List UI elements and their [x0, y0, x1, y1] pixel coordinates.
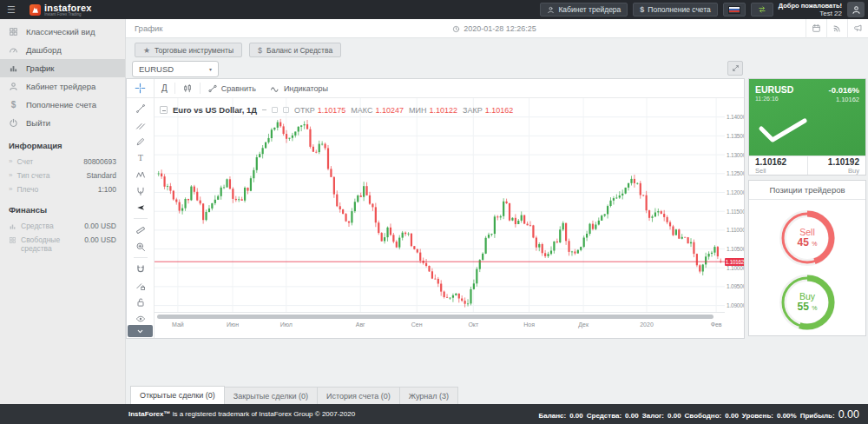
- candlestick-canvas[interactable]: [155, 98, 725, 312]
- candlestick-icon: [182, 83, 193, 94]
- buy-button[interactable]: 1.10192 Buy: [807, 156, 866, 175]
- time-axis-tick: Сен: [411, 321, 423, 328]
- finance-section-title: Финансы: [9, 205, 116, 215]
- footer-bar: InstaForex™ is a registered trademark of…: [0, 404, 868, 424]
- price-axis[interactable]: 1.140001.135001.130001.125001.120001.115…: [725, 98, 745, 315]
- compare-button[interactable]: Сравнить: [201, 79, 263, 97]
- instaforex-trading-app: ☰ instaforex Instant Forex Trading Кабин…: [0, 0, 868, 424]
- time-axis-tick: Окт: [468, 321, 478, 328]
- crosshair-icon: [135, 83, 146, 94]
- sell-button[interactable]: 1.10162 Sell: [749, 156, 807, 175]
- sidebar-item-label: Классический вид: [26, 27, 95, 36]
- breadcrumb: График: [126, 23, 162, 33]
- deposit-button[interactable]: $ Пополнение счета: [633, 3, 717, 17]
- person-icon: [547, 6, 555, 14]
- time-axis[interactable]: МайИюнИюлАвгСенОктНояДек2020Фев: [155, 312, 725, 338]
- quick-actions: ★ Торговые инструменты $ Баланс и Средст…: [135, 43, 341, 57]
- legend-toggle-icon[interactable]: [272, 107, 278, 113]
- magnet-mode-button[interactable]: [128, 261, 154, 277]
- finance-section: Финансы Средства 0.00 USD Свободные сред…: [0, 205, 125, 255]
- trading-instruments-button[interactable]: ★ Торговые инструменты: [135, 43, 242, 57]
- high-value: 1.10247: [376, 106, 404, 115]
- tab-open-deals[interactable]: Открытые сделки (0): [130, 386, 225, 405]
- sidebar-item-trader-cabinet[interactable]: Кабинет трейдера: [0, 77, 125, 96]
- grid-icon: [9, 236, 16, 244]
- quote-time: 11:26:16: [755, 96, 779, 103]
- ohlc-close: ЗАКР1.10162: [463, 106, 513, 115]
- price-axis-tick: 1.09500: [727, 283, 745, 289]
- footer-brand: InstaForex™: [128, 410, 170, 418]
- pitchfork-icon: [135, 186, 146, 196]
- interval-button[interactable]: Д: [155, 79, 174, 97]
- quote-symbol: EURUSD: [755, 84, 793, 95]
- stat-label: Прибыль:: [800, 412, 835, 420]
- crosshair-tool-button[interactable]: [127, 79, 155, 97]
- pattern-tool-button[interactable]: [128, 166, 154, 182]
- finance-row-free-margin: Свободные средства 0.00 USD: [9, 233, 116, 255]
- sidebar-item-chart[interactable]: График: [0, 59, 125, 77]
- chart-style-button[interactable]: [175, 79, 200, 97]
- calendar-button[interactable]: [806, 19, 826, 38]
- chevron-down-icon: [136, 328, 144, 335]
- sidebar-item-deposit[interactable]: $ Пополнение счета: [0, 96, 125, 114]
- stat-value: 0.00: [569, 412, 583, 420]
- sidebar-item-dashboard[interactable]: Дашборд: [0, 41, 125, 59]
- indicators-button[interactable]: Индикаторы: [263, 79, 335, 97]
- tools-divider: [134, 218, 148, 219]
- quote-card[interactable]: EURUSD -0.016% 11:26:16 1.10162 1.10162 …: [748, 78, 866, 176]
- sidebar: Классический вид Дашборд График Кабинет …: [0, 19, 126, 404]
- symbol-select[interactable]: EURUSD ▾: [132, 61, 219, 77]
- menu-toggle-button[interactable]: ☰: [0, 0, 23, 19]
- legend-menu-icon[interactable]: [262, 109, 266, 110]
- trader-cabinet-button[interactable]: Кабинет трейдера: [540, 3, 628, 17]
- chart-panel: Д Сравнить Индикаторы: [126, 78, 745, 339]
- measure-tool-button[interactable]: [128, 222, 154, 238]
- drawing-lock-button[interactable]: [128, 277, 154, 294]
- bar-chart-icon: [9, 222, 16, 230]
- copyright-text: InstaForex™ is a registered trademark of…: [128, 410, 355, 418]
- zoom-in-tool-button[interactable]: [128, 238, 154, 255]
- announcements-button[interactable]: [847, 19, 868, 38]
- arrow-tool-button[interactable]: [128, 199, 154, 215]
- brush-tool-button[interactable]: [128, 133, 154, 149]
- user-avatar-button[interactable]: [847, 2, 865, 17]
- quote-price: 1.10162: [836, 96, 859, 103]
- trend-line-tool-button[interactable]: [128, 100, 154, 116]
- info-section: Информация » Счет 80800693 » Тип счета S…: [0, 141, 125, 196]
- info-row-account-type: » Тип счета Standard: [9, 169, 116, 182]
- close-value: 1.10162: [485, 106, 514, 115]
- currency-exchange-button[interactable]: [751, 3, 773, 17]
- sidebar-item-classic-view[interactable]: Классический вид: [0, 23, 125, 41]
- brand-logo[interactable]: instaforex Instant Forex Trading: [23, 0, 99, 19]
- tab-journal[interactable]: Журнал (3): [400, 387, 458, 405]
- finance-label: Средства: [21, 222, 80, 230]
- collapse-legend-icon[interactable]: [160, 106, 168, 114]
- sidebar-item-label: Выйти: [26, 118, 50, 128]
- quote-prices-row: 1.10162 Sell 1.10192 Buy: [749, 156, 865, 175]
- balance-funds-button[interactable]: $ Баланс и Средства: [249, 43, 341, 57]
- lock-all-button[interactable]: [128, 294, 154, 310]
- tab-closed-deals[interactable]: Закрытые сделки (0): [225, 387, 318, 405]
- close-label: ЗАКР: [463, 106, 483, 115]
- time-axis-tick: Фев: [711, 321, 722, 328]
- grid-icon: [9, 27, 18, 36]
- news-feed-button[interactable]: [826, 19, 847, 38]
- tab-account-history[interactable]: История счета (0): [318, 387, 400, 405]
- indicators-icon: [270, 83, 280, 94]
- language-flag-button[interactable]: [723, 3, 746, 17]
- pitchfork-tool-button[interactable]: [128, 182, 154, 199]
- gann-fib-tool-button[interactable]: [128, 116, 154, 133]
- text-tool-button[interactable]: [128, 149, 154, 166]
- fullscreen-chart-button[interactable]: [727, 61, 743, 76]
- time-axis-tick: Май: [172, 321, 184, 328]
- welcome-block: Добро пожаловать! Test 22: [779, 3, 842, 17]
- chart-legend: Euro vs US Dollar, 1Д ОТКР1.10175 МАКС1.…: [160, 105, 513, 115]
- sell-price: 1.10162: [755, 158, 801, 167]
- sidebar-item-logout[interactable]: Выйти: [0, 114, 125, 132]
- exchange-arrows-icon: [757, 5, 767, 14]
- more-tools-button[interactable]: [128, 325, 153, 337]
- current-price-label: 1.10162: [725, 258, 745, 266]
- chevron-down-icon: ▾: [209, 66, 212, 72]
- legend-toggle-icon[interactable]: [283, 107, 289, 113]
- chart-scrollbar[interactable]: [157, 315, 713, 319]
